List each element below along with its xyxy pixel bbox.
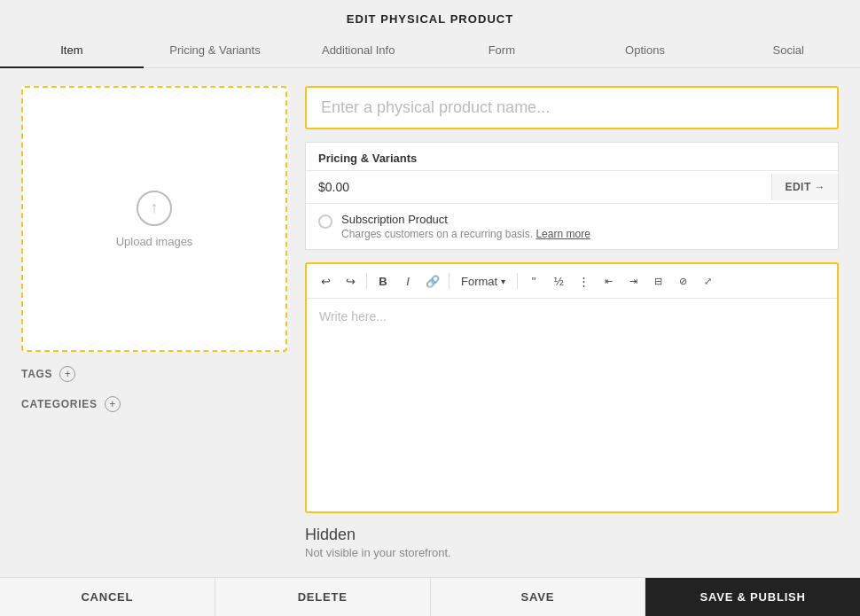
toolbar-sep-3 [517, 273, 518, 289]
right-panel: Pricing & Variants $0.00 EDIT → Subscrip… [305, 86, 839, 559]
product-name-input[interactable] [305, 86, 839, 129]
add-category-button[interactable]: + [105, 396, 121, 412]
indent-in-button[interactable]: ⇥ [622, 269, 645, 292]
tags-label: TAGS [21, 368, 52, 380]
upload-area[interactable]: ↑ Upload images [21, 86, 287, 352]
delete-button[interactable]: DELETE [215, 578, 431, 616]
edit-pricing-button[interactable]: EDIT → [771, 174, 838, 200]
subscription-title: Subscription Product [341, 213, 590, 226]
left-panel: ↑ Upload images TAGS + CATEGORIES + [21, 86, 287, 559]
editor-toolbar: ↩ ↪ B I 🔗 Format ▾ " ½ ⋮ ⇤ ⇥ ⊟ ⊘ ⤢ [307, 264, 837, 299]
main-content: ↑ Upload images TAGS + CATEGORIES + Pric… [0, 68, 860, 577]
upload-icon: ↑ [137, 191, 172, 226]
table-button[interactable]: ⊟ [646, 269, 669, 292]
ordered-list-button[interactable]: ½ [547, 269, 570, 292]
chevron-down-icon: ▾ [501, 277, 505, 286]
page-title: EDIT PHYSICAL PRODUCT [347, 12, 513, 26]
tags-row: TAGS + [21, 366, 287, 382]
save-publish-button[interactable]: SAVE & PUBLISH [645, 578, 860, 616]
indent-out-button[interactable]: ⇤ [597, 269, 620, 292]
pricing-section-label: Pricing & Variants [306, 143, 838, 170]
tab-social[interactable]: Social [716, 33, 860, 67]
categories-row: CATEGORIES + [21, 396, 287, 412]
tab-item[interactable]: Item [0, 33, 144, 67]
clear-format-button[interactable]: ⊘ [671, 269, 694, 292]
redo-button[interactable]: ↪ [339, 269, 362, 292]
undo-button[interactable]: ↩ [314, 269, 337, 292]
expand-button[interactable]: ⤢ [696, 269, 719, 292]
tab-bar: Item Pricing & Variants Additional Info … [0, 33, 860, 68]
blockquote-button[interactable]: " [522, 269, 545, 292]
unordered-list-button[interactable]: ⋮ [572, 269, 595, 292]
tab-additional-info[interactable]: Additional Info [286, 33, 430, 67]
save-button[interactable]: SAVE [431, 578, 646, 616]
categories-label: CATEGORIES [21, 398, 98, 410]
editor-box: ↩ ↪ B I 🔗 Format ▾ " ½ ⋮ ⇤ ⇥ ⊟ ⊘ ⤢ [305, 262, 839, 513]
visibility-section: Hidden Not visible in your storefront. [305, 526, 839, 559]
format-dropdown[interactable]: Format ▾ [454, 273, 512, 290]
pricing-row: $0.00 EDIT → [306, 170, 838, 203]
link-button[interactable]: 🔗 [421, 269, 444, 292]
price-value: $0.00 [306, 171, 771, 203]
toolbar-sep-2 [449, 273, 450, 289]
subscription-description: Charges customers on a recurring basis. … [341, 228, 590, 240]
italic-button[interactable]: I [396, 269, 419, 292]
toolbar-sep-1 [366, 273, 367, 289]
page-header: EDIT PHYSICAL PRODUCT [0, 0, 860, 26]
tab-options[interactable]: Options [574, 33, 717, 67]
editor-content[interactable]: Write here... [307, 299, 837, 511]
learn-more-link[interactable]: Learn more [536, 228, 590, 240]
bold-button[interactable]: B [371, 269, 395, 292]
pricing-section: Pricing & Variants $0.00 EDIT → Subscrip… [305, 142, 839, 250]
visibility-description: Not visible in your storefront. [305, 546, 839, 559]
subscription-text: Subscription Product Charges customers o… [341, 213, 590, 240]
tab-form[interactable]: Form [430, 33, 574, 67]
subscription-row: Subscription Product Charges customers o… [306, 203, 838, 249]
editor-placeholder: Write here... [319, 309, 387, 324]
upload-label: Upload images [116, 235, 193, 248]
tab-pricing[interactable]: Pricing & Variants [144, 33, 287, 67]
add-tag-button[interactable]: + [59, 366, 75, 382]
footer: CANCEL DELETE SAVE SAVE & PUBLISH [0, 577, 860, 616]
subscription-radio[interactable] [318, 214, 332, 229]
cancel-button[interactable]: CANCEL [0, 578, 215, 616]
visibility-title: Hidden [305, 526, 839, 544]
